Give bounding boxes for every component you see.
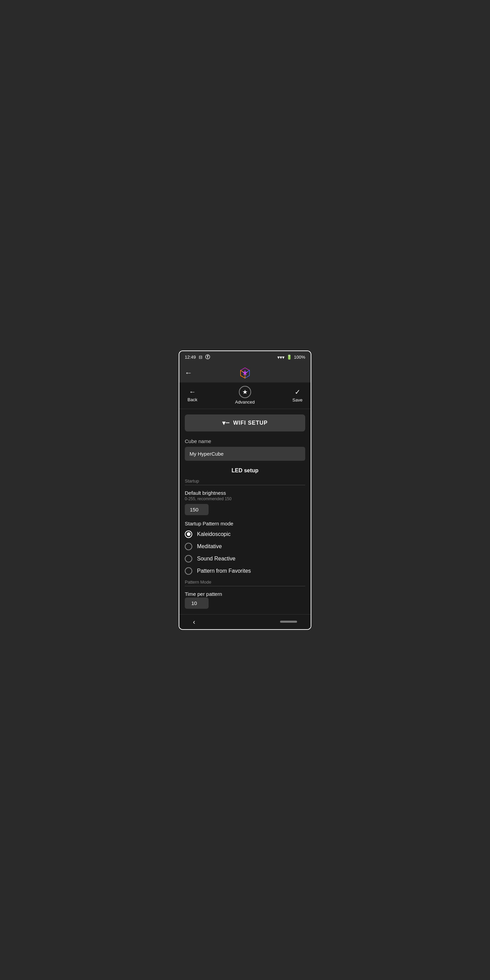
time-display: 12:49 xyxy=(185,355,196,360)
brightness-input[interactable] xyxy=(185,504,208,515)
status-bar: 12:49 ⊟ ⓕ ▾▾▾ 🔋 100% xyxy=(179,351,311,363)
pattern-mode-section: Pattern Mode Time per pattern xyxy=(185,579,305,609)
time-per-pattern-title: Time per pattern xyxy=(185,591,305,597)
radio-sound-reactive-outer xyxy=(185,555,192,563)
phone-frame: 12:49 ⊟ ⓕ ▾▾▾ 🔋 100% ← ← xyxy=(179,350,311,630)
action-bar: ← Back ★ Advanced ✓ Save xyxy=(179,382,311,409)
startup-label: Startup xyxy=(185,479,305,484)
radio-meditative[interactable]: Meditative xyxy=(185,543,305,550)
wifi-setup-icon: ▾┈ xyxy=(222,419,230,427)
radio-kaleidoscopic-inner xyxy=(187,532,191,536)
radio-sound-reactive-label: Sound Reactive xyxy=(197,556,235,562)
pattern-mode-label: Pattern Mode xyxy=(185,579,305,585)
nav-back-button[interactable]: ‹ xyxy=(193,618,195,626)
radio-pattern-from-favorites-label: Pattern from Favorites xyxy=(197,568,251,574)
wifi-setup-label: WIFI SETUP xyxy=(233,420,268,426)
radio-kaleidoscopic-outer xyxy=(185,530,192,538)
nav-bar: ‹ xyxy=(179,614,311,629)
advanced-star-icon: ★ xyxy=(239,386,251,398)
app-bar: ← xyxy=(179,363,311,382)
cube-name-label: Cube name xyxy=(185,438,305,444)
startup-pattern-mode-section: Startup Pattern mode Kaleidoscopic Medit… xyxy=(185,520,305,575)
advanced-action-label: Advanced xyxy=(235,399,255,404)
wifi-status-icon: ▾▾▾ xyxy=(277,355,285,360)
status-left: 12:49 ⊟ ⓕ xyxy=(185,354,210,360)
advanced-action[interactable]: ★ Advanced xyxy=(235,386,255,404)
radio-pattern-from-favorites[interactable]: Pattern from Favorites xyxy=(185,567,305,575)
status-right: ▾▾▾ 🔋 100% xyxy=(277,355,305,360)
time-per-pattern-section: Time per pattern xyxy=(185,591,305,609)
facebook-icon: ⓕ xyxy=(205,354,210,360)
nav-home-pill[interactable] xyxy=(280,620,297,623)
radio-meditative-label: Meditative xyxy=(197,543,222,550)
radio-kaleidoscopic-label: Kaleidoscopic xyxy=(197,531,231,537)
app-bar-back-button[interactable]: ← xyxy=(185,369,192,377)
battery-icon: 🔋 xyxy=(286,355,292,360)
brightness-title: Default brightness xyxy=(185,490,305,496)
app-logo xyxy=(239,366,251,379)
main-content: ▾┈ WIFI SETUP Cube name LED setup Startu… xyxy=(179,409,311,614)
save-action-label: Save xyxy=(292,398,302,402)
back-action-label: Back xyxy=(188,397,197,402)
wifi-setup-button[interactable]: ▾┈ WIFI SETUP xyxy=(185,414,305,431)
back-action[interactable]: ← Back xyxy=(188,388,197,402)
led-setup-section: LED setup Startup Default brightness 0-2… xyxy=(185,468,305,609)
startup-pattern-mode-title: Startup Pattern mode xyxy=(185,520,305,527)
radio-kaleidoscopic[interactable]: Kaleidoscopic xyxy=(185,530,305,538)
cube-name-section: Cube name xyxy=(185,438,305,468)
battery-percentage: 100% xyxy=(294,355,305,360)
brightness-subtitle: 0-255, recommended 150 xyxy=(185,496,305,501)
brightness-section: Default brightness 0-255, recommended 15… xyxy=(185,490,305,520)
save-action[interactable]: ✓ Save xyxy=(292,388,302,402)
led-setup-title: LED setup xyxy=(185,468,305,474)
back-action-icon: ← xyxy=(189,388,196,396)
pattern-mode-divider xyxy=(185,586,305,586)
cube-name-input[interactable] xyxy=(185,447,305,461)
sim-icon: ⊟ xyxy=(199,355,202,360)
radio-pattern-from-favorites-outer xyxy=(185,567,192,575)
radio-meditative-outer xyxy=(185,543,192,550)
time-per-pattern-input[interactable] xyxy=(185,598,208,609)
save-action-icon: ✓ xyxy=(295,388,301,396)
radio-sound-reactive[interactable]: Sound Reactive xyxy=(185,555,305,563)
